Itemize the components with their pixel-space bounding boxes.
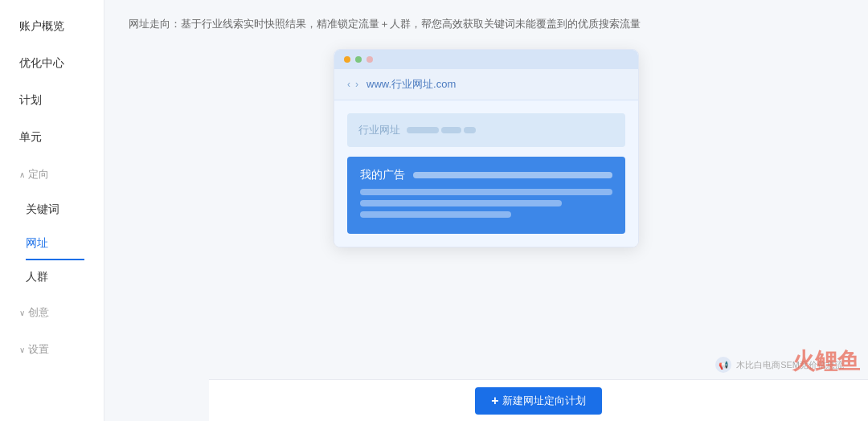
- browser-content-area: 行业网址 我的广告: [334, 100, 638, 247]
- field-dot-medium: [441, 127, 461, 133]
- bottom-action-bar: + 新建网址定向计划: [209, 379, 868, 421]
- new-url-plan-button[interactable]: + 新建网址定向计划: [475, 387, 601, 415]
- page-description: 网址走向：基于行业线索实时快照结果，精准锁定流量＋人群，帮您高效获取关键词未能覆…: [129, 16, 844, 33]
- ad-content-line-3: [360, 211, 511, 218]
- sidebar-section-creative[interactable]: ∨ 创意: [0, 294, 104, 331]
- browser-url-display: www.行业网址.com: [366, 77, 625, 92]
- browser-mockup: ‹ › www.行业网址.com 行业网址: [334, 49, 639, 247]
- browser-urlbar: ‹ › www.行业网址.com: [334, 69, 638, 100]
- browser-ad-block: 我的广告: [347, 157, 625, 234]
- chevron-up-icon: ∧: [19, 170, 25, 179]
- chevron-down-icon: ∨: [19, 309, 25, 317]
- sidebar-item-account-overview[interactable]: 账户概览: [0, 8, 104, 45]
- browser-titlebar: [334, 50, 638, 69]
- browser-industry-field: 行业网址: [347, 113, 625, 147]
- field-dot-short: [464, 127, 476, 133]
- sidebar-item-keywords[interactable]: 关键词: [0, 193, 104, 227]
- industry-field-label: 行业网址: [358, 123, 400, 137]
- brand-logo: 火鲤鱼: [792, 346, 860, 377]
- sidebar-item-plan[interactable]: 计划: [0, 82, 104, 119]
- sidebar-item-audience[interactable]: 人群: [0, 260, 104, 294]
- forward-arrow-icon: ›: [355, 79, 358, 90]
- field-placeholder-dots: [407, 127, 476, 133]
- watermark-icon: 📢: [715, 357, 731, 373]
- plus-icon: +: [491, 394, 498, 408]
- ad-content-line-1: [360, 189, 612, 195]
- browser-nav-arrows: ‹ ›: [347, 79, 358, 90]
- sidebar-item-url[interactable]: 网址: [0, 227, 104, 260]
- ad-title-text: 我的广告: [360, 168, 405, 182]
- ad-content-line-2: [360, 200, 562, 206]
- ad-title-decoration-line: [413, 172, 612, 178]
- sidebar-section-settings[interactable]: ∨ 设置: [0, 331, 104, 368]
- main-content: 网址走向：基于行业线索实时快照结果，精准锁定流量＋人群，帮您高效获取关键词未能覆…: [104, 0, 868, 421]
- chevron-down-icon: ∨: [19, 345, 25, 354]
- sidebar: 账户概览 优化中心 计划 单元 ∧ 定向 关键词 网址 人群 ∨ 创意 ∨ 设置: [0, 0, 104, 421]
- browser-mockup-wrapper: ‹ › www.行业网址.com 行业网址: [129, 49, 844, 247]
- browser-dot-red: [344, 56, 350, 63]
- back-arrow-icon: ‹: [347, 79, 350, 90]
- sidebar-section-targeting[interactable]: ∧ 定向: [0, 156, 104, 193]
- new-url-plan-label: 新建网址定向计划: [502, 394, 586, 408]
- field-dot-long: [407, 127, 439, 133]
- sidebar-item-unit[interactable]: 单元: [0, 119, 104, 156]
- ad-title-row: 我的广告: [360, 168, 612, 182]
- sidebar-item-optimization-center[interactable]: 优化中心: [0, 45, 104, 82]
- browser-dot-yellow: [355, 56, 362, 63]
- browser-dot-green: [366, 56, 373, 63]
